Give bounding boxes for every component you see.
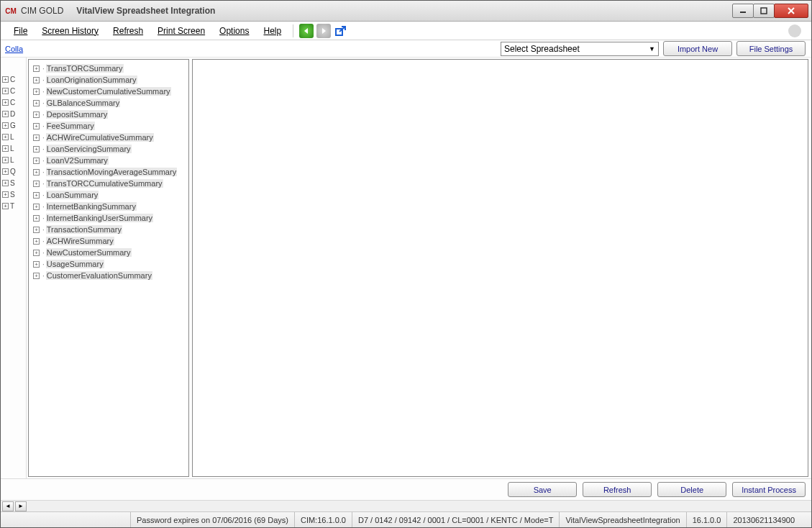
app-icon: CM [5, 5, 17, 17]
chevron-down-icon: ▼ [649, 45, 655, 53]
external-link-icon[interactable] [334, 24, 348, 38]
content-panel [192, 59, 808, 477]
gutter-item[interactable]: +Q [1, 165, 26, 177]
expand-icon[interactable]: + [33, 273, 40, 279]
tree-item[interactable]: +·LoanSummary [29, 189, 188, 201]
menu-file[interactable]: File [6, 23, 35, 39]
gutter-item[interactable]: +G [1, 119, 26, 131]
gutter-item[interactable]: +S [1, 177, 26, 188]
gutter-item[interactable]: +T [1, 200, 26, 211]
scroll-right-icon[interactable]: ► [15, 501, 27, 511]
tree-item[interactable]: +·DepositSummary [29, 109, 188, 120]
tree-item[interactable]: +·InternetBankingUserSummary [29, 212, 188, 224]
menu-print-screen[interactable]: Print Screen [150, 23, 212, 39]
expand-icon[interactable]: + [33, 204, 40, 210]
tree-item-label: TransactionSummary [46, 225, 122, 234]
expand-icon[interactable]: + [33, 135, 40, 141]
tree-item[interactable]: +·CustomerEvaluationSummary [29, 270, 188, 281]
tree-item[interactable]: +·LoanServicingSummary [29, 143, 188, 155]
tree-item[interactable]: +·TransTORCSummary [29, 63, 188, 74]
tree-item-label: TransTORCSummary [46, 64, 124, 73]
expand-icon[interactable]: + [33, 111, 40, 118]
close-button[interactable] [774, 4, 808, 18]
expand-icon[interactable]: + [33, 192, 40, 199]
tree-item[interactable]: +·ACHWireSummary [29, 235, 188, 247]
gutter-item[interactable]: +C [1, 96, 26, 108]
spreadsheet-dropdown[interactable]: Select Spreadsheet ▼ [501, 42, 659, 56]
gutter-item[interactable]: +S [1, 188, 26, 200]
expand-icon[interactable]: + [33, 227, 40, 233]
tree-item-label: NewCustomerSummary [46, 248, 132, 257]
tree-item[interactable]: +·UsageSummary [29, 258, 188, 270]
tree-item[interactable]: +·NewCustomerCumulativeSummary [29, 86, 188, 97]
collapse-link[interactable]: Colla [2, 45, 26, 53]
gutter-item[interactable]: +L [1, 154, 26, 165]
import-new-button[interactable]: Import New [663, 41, 732, 56]
tree-item[interactable]: +·LoanOriginationSummary [29, 74, 188, 86]
delete-button[interactable]: Delete [657, 482, 726, 497]
tree-item-label: ACHWireSummary [46, 237, 114, 245]
gutter-item[interactable]: +L [1, 131, 26, 142]
dropdown-selected-label: Select Spreadsheet [504, 44, 580, 54]
expand-icon[interactable]: + [33, 123, 40, 129]
menubar: File Screen History Refresh Print Screen… [1, 22, 811, 40]
tree-item[interactable]: +·TransTORCCumulativeSummary [29, 178, 188, 189]
gutter-item[interactable]: +D [1, 108, 26, 119]
save-button[interactable]: Save [508, 482, 577, 497]
horizontal-scrollbar[interactable]: ◄ ► [1, 500, 811, 511]
tree-item-label: CustomerEvaluationSummary [46, 271, 152, 280]
tree-panel[interactable]: +·TransTORCSummary+·LoanOriginationSumma… [28, 59, 189, 477]
expand-icon[interactable]: + [33, 215, 40, 222]
refresh-button[interactable]: Refresh [583, 482, 652, 497]
sub-toolbar-row: Colla Select Spreadsheet ▼ Import New Fi… [1, 40, 811, 58]
expand-icon[interactable]: + [33, 261, 40, 268]
tree-item-label: InternetBankingUserSummary [46, 214, 153, 222]
expand-icon[interactable]: + [33, 169, 40, 176]
window-controls [733, 4, 808, 18]
status-version: 16.1.0.0 [686, 512, 727, 527]
nav-back-icon[interactable] [299, 24, 314, 38]
expand-icon[interactable]: + [33, 65, 40, 72]
tree-item[interactable]: +·ACHWireCumulativeSummary [29, 132, 188, 143]
svg-rect-1 [761, 8, 767, 14]
tree-item-label: LoanOriginationSummary [46, 76, 137, 84]
tree-item-label: NewCustomerCumulativeSummary [46, 87, 171, 96]
tree-item[interactable]: +·InternetBankingSummary [29, 201, 188, 212]
tree-item[interactable]: +·GLBalanceSummary [29, 97, 188, 109]
gutter-item[interactable]: +L [1, 142, 26, 154]
expand-icon[interactable]: + [33, 181, 40, 187]
titlebar: CM CIM GOLD VitalView Spreadsheet Integr… [1, 1, 811, 22]
left-gutter: +C+C+C+D+G+L+L+L+Q+S+S+T [1, 58, 27, 478]
expand-icon[interactable]: + [33, 88, 40, 95]
expand-icon[interactable]: + [33, 158, 40, 164]
main-window: CM CIM GOLD VitalView Spreadsheet Integr… [0, 0, 812, 528]
tree-item-label: FeeSummary [46, 122, 95, 130]
expand-icon[interactable]: + [33, 238, 40, 245]
menu-screen-history[interactable]: Screen History [35, 23, 106, 39]
tree-item-label: TransTORCCumulativeSummary [46, 179, 163, 188]
tree-item[interactable]: +·LoanV2Summary [29, 155, 188, 166]
status-cim: CIM:16.1.0.0 [294, 512, 352, 527]
tree-item-label: TransactionMovingAverageSummary [46, 168, 177, 176]
expand-icon[interactable]: + [33, 146, 40, 153]
menu-refresh[interactable]: Refresh [106, 23, 150, 39]
scroll-left-icon[interactable]: ◄ [2, 501, 14, 511]
gutter-item[interactable]: +C [1, 85, 26, 96]
user-icon[interactable] [788, 24, 801, 37]
expand-icon[interactable]: + [33, 250, 40, 256]
instant-process-button[interactable]: Instant Process [732, 482, 806, 497]
tree-item[interactable]: +·FeeSummary [29, 120, 188, 132]
tree-item-label: DepositSummary [46, 110, 108, 119]
maximize-button[interactable] [753, 4, 775, 18]
expand-icon[interactable]: + [33, 77, 40, 83]
tree-item[interactable]: +·TransactionSummary [29, 224, 188, 235]
menu-help[interactable]: Help [256, 23, 288, 39]
expand-icon[interactable]: + [33, 100, 40, 106]
menu-options[interactable]: Options [212, 23, 256, 39]
tree-item[interactable]: +·TransactionMovingAverageSummary [29, 166, 188, 178]
file-settings-button[interactable]: File Settings [736, 41, 806, 56]
minimize-button[interactable] [732, 4, 754, 18]
body: +C+C+C+D+G+L+L+L+Q+S+S+T +·TransTORCSumm… [1, 58, 811, 478]
tree-item[interactable]: +·NewCustomerSummary [29, 247, 188, 258]
gutter-item[interactable]: +C [1, 73, 26, 85]
